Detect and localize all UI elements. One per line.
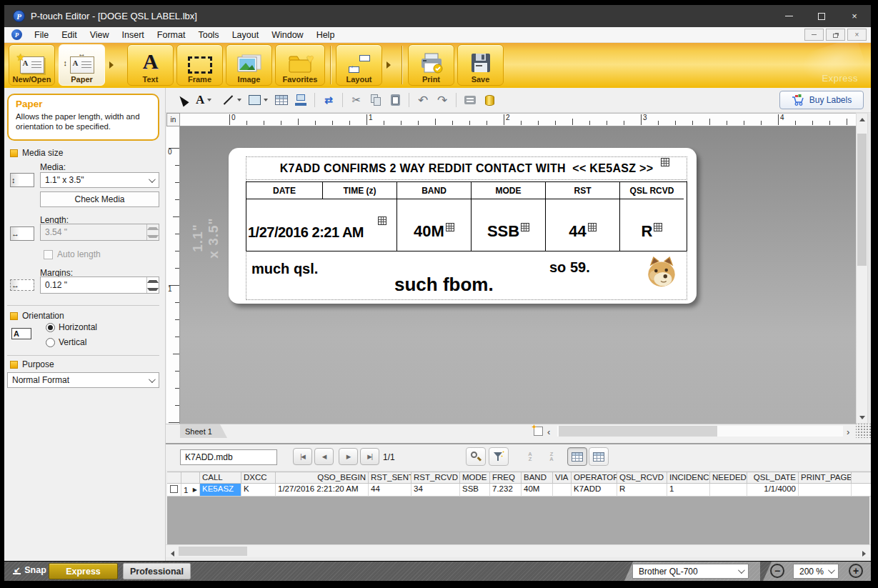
align-button[interactable] [462,91,479,109]
col-header[interactable]: VIA [553,472,572,483]
ruler-unit-box[interactable]: in [166,113,180,126]
menu-tools[interactable]: Tools [191,28,225,42]
media-select[interactable]: 1.1" x 3.5" [40,172,159,188]
cell-print-page[interactable] [799,484,852,497]
filter-button[interactable] [489,447,509,466]
scroll-down-button[interactable] [857,412,867,423]
menu-edit[interactable]: Edit [55,28,84,42]
cell-needed[interactable] [710,484,747,497]
image-button[interactable]: Image [226,44,272,86]
database-file-field[interactable]: K7ADD.mdb [180,449,277,465]
zoom-level-select[interactable]: 200 % [793,564,839,579]
col-header[interactable]: RST_SENT [369,472,411,483]
new-sheet-button[interactable] [534,427,543,436]
sheet-scroll-thumb[interactable] [559,426,717,437]
sheet-scroll-left-button[interactable]: ‹ [547,427,550,437]
scroll-up-button[interactable] [857,114,867,125]
col-header[interactable]: OPERATOR [572,472,617,483]
sort-descending-button[interactable]: ZA [542,447,562,466]
grid-view-button[interactable] [567,447,587,466]
cell-via[interactable] [553,484,572,497]
buy-labels-button[interactable]: Buy Labels [779,91,864,109]
col-header[interactable]: PRINT_PAGE [799,472,852,483]
label-datetime-cell[interactable]: 1/27/2016 2:21 AM [246,199,396,251]
shape-tool[interactable] [246,91,271,109]
col-header[interactable]: MODE [460,472,490,483]
orientation-horizontal-radio[interactable]: Horizontal [46,322,97,332]
label-footer-right-text[interactable]: so 59. [549,259,590,276]
record-checkbox[interactable] [167,484,181,497]
line-tool[interactable] [220,91,244,109]
resize-grip[interactable] [856,424,871,438]
mdi-restore-button[interactable] [826,29,845,41]
spin-down-icon[interactable] [147,232,159,240]
spin-up-icon[interactable] [147,277,159,285]
label-qslrcvd-cell[interactable]: R [619,199,684,251]
paper-button[interactable]: ↔ ↕ A Paper [59,44,105,86]
text-tool[interactable]: A [194,91,218,109]
length-spinner[interactable]: 3.54 " [40,224,159,241]
new-open-button[interactable]: ★ A New/Open [9,44,55,86]
cell-freq[interactable]: 7.232 [490,484,522,497]
cell-incidence[interactable]: 1 [667,484,710,497]
table-tool[interactable] [273,91,290,109]
record-prev-button[interactable]: ◀ [314,448,334,465]
purpose-select[interactable]: Normal Format [7,372,159,388]
save-button[interactable]: Save [457,44,504,86]
col-header[interactable]: QSO_BEGIN [276,472,369,483]
menu-window[interactable]: Window [265,28,309,42]
express-mode-button[interactable]: Express [49,563,118,579]
zoom-in-button[interactable]: + [849,564,863,578]
col-header[interactable]: BAND [522,472,553,483]
menu-help[interactable]: Help [310,28,341,42]
professional-mode-button[interactable]: Professional [123,563,191,579]
printer-select[interactable]: Brother QL-700 [632,564,749,579]
sort-ascending-button[interactable]: AZ [520,447,540,466]
maximize-button[interactable] [805,5,838,27]
label-header-text-object[interactable]: K7ADD CONFIRMS 2 WAY REDDIT CONTACT WITH… [246,156,687,180]
doge-image[interactable] [644,255,679,289]
select-tool[interactable] [174,91,191,109]
form-view-button[interactable] [589,447,609,466]
database-field-tool[interactable] [292,91,309,109]
auto-length-checkbox[interactable]: Auto length [44,249,101,259]
text-button[interactable]: A Text [127,44,174,86]
vertical-scroll-thumb[interactable] [857,134,867,266]
col-header[interactable]: QSL_RCVD [617,472,667,483]
toolbar-expand-arrow[interactable] [106,44,116,86]
col-header[interactable]: DXCC [241,472,276,483]
undo-button[interactable]: ↶ [414,91,431,109]
menu-insert[interactable]: Insert [116,28,151,42]
search-button[interactable] [466,447,486,466]
minimize-button[interactable] [772,5,805,27]
database-button[interactable] [481,91,498,109]
snap-button[interactable]: ↙ Snap [13,565,46,575]
spin-up-icon[interactable] [147,224,159,232]
label-footer-center-text[interactable]: such fbom. [394,274,494,296]
layout-button[interactable]: ← Layout [336,44,382,86]
col-header[interactable]: NEEDED [710,472,747,483]
db-scroll-thumb[interactable] [179,547,247,556]
frame-button[interactable]: Frame [176,44,223,86]
sheet-scroll-right-button[interactable]: › [847,427,849,437]
margins-spinner[interactable]: 0.12 " [40,276,159,294]
label-canvas[interactable]: 1.1" x 3.5" K7ADD CONFIRMS 2 WAY REDDIT … [180,126,856,424]
print-button[interactable]: Print [408,44,454,86]
database-record-row[interactable]: 1 ▶ KE5ASZ K 1/27/2016 2:21:20 AM 44 34 … [167,484,871,497]
record-first-button[interactable]: |◀ [293,448,312,465]
toolbar-expand-arrow-2[interactable] [384,44,393,86]
favorites-button[interactable]: ♥ Favorites [275,44,325,86]
cell-qsl-date[interactable]: 1/1/4000 [747,484,799,497]
cell-rst-sent[interactable]: 44 [369,484,411,497]
db-scroll-right-button[interactable] [859,548,869,559]
col-header[interactable]: QSL_DATE [747,472,799,483]
sheet-tab[interactable]: Sheet 1 [180,424,227,438]
cell-mode[interactable]: SSB [460,484,490,497]
database-horizontal-scrollbar[interactable] [166,544,871,557]
label-preview[interactable]: K7ADD CONFIRMS 2 WAY REDDIT CONTACT WITH… [229,148,697,304]
col-header[interactable]: FREQ [490,472,522,483]
paste-button[interactable] [386,91,404,109]
label-band-cell[interactable]: 40M [396,199,471,251]
close-button[interactable]: × [838,5,871,27]
sheet-scrollbar-track[interactable] [557,426,843,437]
